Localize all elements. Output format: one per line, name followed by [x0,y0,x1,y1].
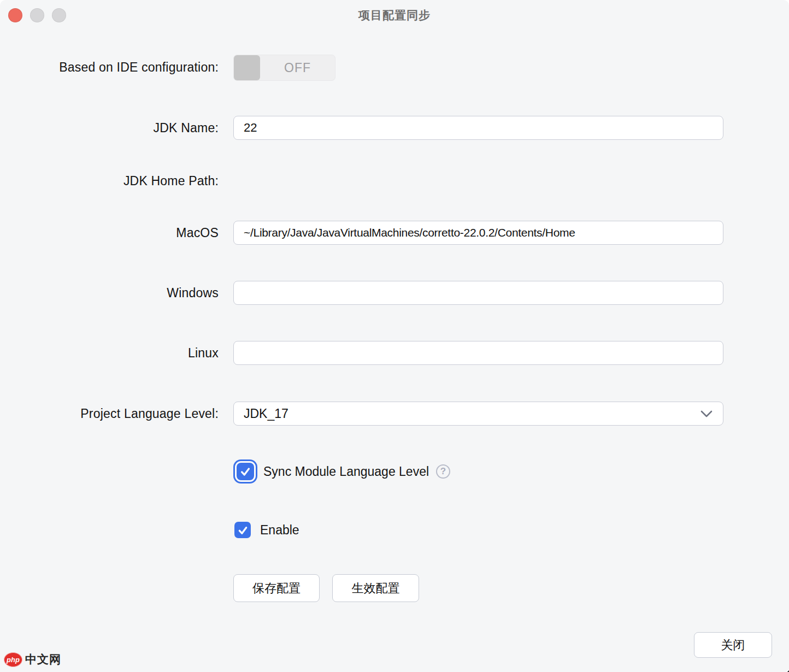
macos-label: MacOS [0,226,219,240]
checkmark-icon [237,524,249,536]
row-enable: Enable [234,522,299,538]
language-level-select[interactable]: JDK_17 [233,402,723,426]
jdk-home-label: JDK Home Path: [0,174,219,188]
window-title: 项目配置同步 [0,0,789,31]
windows-label: Windows [0,286,219,300]
row-jdk-name: JDK Name: [0,116,789,140]
row-sync-module: Sync Module Language Level ? [237,462,450,481]
screen-corner-artifact [764,646,789,672]
apply-config-button[interactable]: 生效配置 [332,574,419,602]
row-linux: Linux [0,341,789,365]
macos-path-input[interactable] [233,221,723,245]
language-level-value: JDK_17 [244,406,288,421]
php-logo-icon: php [4,652,22,667]
help-icon[interactable]: ? [436,464,450,479]
titlebar: 项目配置同步 [0,0,789,31]
linux-path-input[interactable] [233,341,723,365]
jdk-name-label: JDK Name: [0,121,219,135]
enable-label: Enable [260,523,299,538]
enable-checkbox[interactable] [234,522,251,538]
row-language-level: Project Language Level: JDK_17 [0,402,789,426]
row-jdk-home: JDK Home Path: [0,174,789,190]
chevron-down-icon [699,409,714,419]
toggle-state-label: OFF [260,55,335,80]
ide-config-toggle[interactable]: OFF [233,55,335,81]
sync-module-label: Sync Module Language Level [263,464,429,479]
linux-label: Linux [0,346,219,361]
close-button[interactable]: 关闭 [694,632,772,658]
toggle-knob[interactable] [234,55,260,80]
language-level-label: Project Language Level: [0,406,219,421]
watermark-text: 中文网 [25,652,61,667]
windows-path-input[interactable] [233,281,723,305]
jdk-name-input[interactable] [233,116,723,140]
dialog-window: 项目配置同步 Based on IDE configuration: OFF J… [0,0,789,672]
row-ide-config: Based on IDE configuration: OFF [0,55,789,81]
checkmark-icon [239,465,251,478]
row-macos: MacOS [0,221,789,245]
sync-module-checkbox[interactable] [237,463,254,480]
ide-config-label: Based on IDE configuration: [0,60,219,75]
site-watermark: php 中文网 [4,652,61,667]
row-windows: Windows [0,281,789,305]
save-config-button[interactable]: 保存配置 [233,574,320,602]
